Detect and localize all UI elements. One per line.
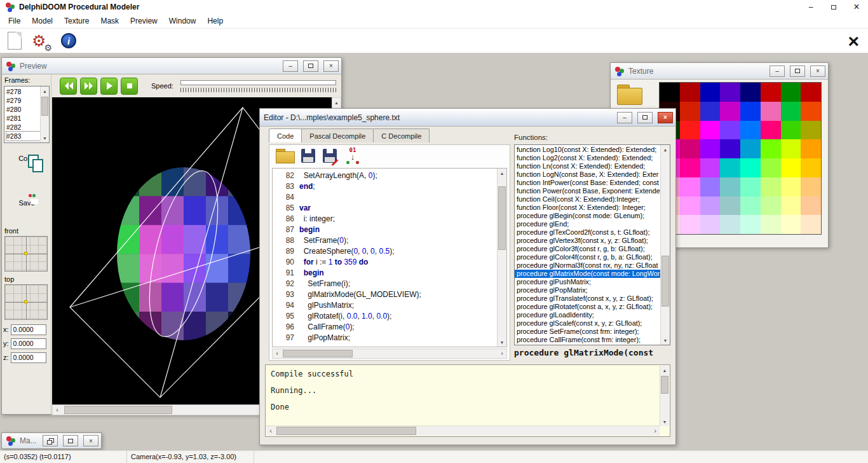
frames-listbox[interactable]: #278#279#280#281#282#283 ▲ ▼ (4, 86, 50, 143)
frame-item[interactable]: #279 (6, 96, 40, 105)
frames-scrollbar[interactable]: ▲ ▼ (40, 86, 49, 142)
rewind-button[interactable] (60, 78, 77, 95)
preview-maximize-button[interactable] (303, 60, 318, 72)
x-field[interactable] (11, 324, 46, 335)
y-field[interactable] (11, 338, 46, 349)
palette-cell[interactable] (700, 158, 721, 177)
maximize-button[interactable] (822, 0, 845, 14)
scrollbar-thumb[interactable] (661, 256, 669, 307)
palette-cell[interactable] (680, 121, 700, 140)
palette-cell[interactable] (740, 177, 761, 197)
save-button[interactable]: Save (2, 199, 51, 207)
function-item[interactable]: function Ln(const X: Extended): Extended… (515, 162, 660, 170)
minimized-close-button[interactable]: × (83, 435, 98, 446)
menu-item-mask[interactable]: Mask (95, 15, 125, 27)
palette-cell[interactable] (680, 158, 700, 177)
palette-cell[interactable] (700, 139, 721, 158)
scrollbar-thumb[interactable] (64, 406, 172, 414)
palette-cell[interactable] (740, 158, 761, 177)
code-vertical-scrollbar[interactable]: ▲ ▼ (497, 169, 506, 347)
tab-pascal-decompile[interactable]: Pascal Decompile (301, 128, 374, 142)
tab-code[interactable]: Code (269, 128, 302, 142)
texture-maximize-button[interactable] (790, 66, 805, 77)
palette-cell[interactable] (680, 139, 700, 158)
palette-cell[interactable] (740, 102, 761, 121)
menu-item-file[interactable]: File (3, 15, 26, 27)
palette-cell[interactable] (740, 215, 761, 234)
editor-minimize-button[interactable]: – (617, 112, 632, 123)
palette-cell[interactable] (680, 197, 700, 216)
save-as-button[interactable] (323, 149, 337, 163)
palette-cell[interactable] (700, 215, 721, 234)
copy-button[interactable]: Copy (2, 155, 51, 162)
texture-close-button[interactable]: × (810, 66, 825, 77)
functions-scrollbar[interactable]: ▲ ▼ (660, 145, 670, 345)
palette-cell[interactable] (801, 83, 821, 102)
function-item[interactable]: procedure glTranslatef(const x, y, z: GL… (515, 294, 660, 303)
function-item[interactable]: procedure glPopMatrix; (515, 286, 660, 294)
console-horizontal-scrollbar[interactable]: ‹ › (266, 425, 660, 436)
palette-cell[interactable] (720, 197, 740, 216)
function-item[interactable]: function LogN(const Base, X: Extended): … (515, 170, 660, 179)
function-item[interactable]: procedure glNormal3f(const nx, ny, nz: G… (515, 261, 660, 270)
palette-cell[interactable] (660, 83, 680, 102)
editor-maximize-button[interactable] (637, 112, 653, 123)
close-button[interactable]: × (845, 0, 868, 14)
palette-cell[interactable] (761, 139, 781, 158)
palette-cell[interactable] (801, 177, 821, 197)
palette-cell[interactable] (680, 83, 700, 102)
palette-cell[interactable] (700, 102, 721, 121)
palette-cell[interactable] (720, 177, 740, 197)
palette-cell[interactable] (761, 158, 781, 177)
preview-minimize-button[interactable]: – (283, 60, 298, 72)
function-item[interactable]: function Floor(const X: Extended): Integ… (515, 204, 660, 212)
palette-cell[interactable] (801, 197, 821, 216)
function-item[interactable]: function Log10(const X: Extended): Exten… (515, 146, 660, 154)
palette-cell[interactable] (720, 121, 740, 140)
output-console[interactable]: Compile successful Running... Done ▲ ▼ ‹… (265, 364, 670, 437)
palette-cell[interactable] (781, 158, 801, 177)
scrollbar-thumb[interactable] (41, 97, 48, 116)
function-item[interactable]: procedure SetFrame(const frm: integer); (515, 328, 660, 336)
stop-button[interactable] (121, 78, 138, 95)
scroll-down-icon[interactable]: ▼ (41, 134, 49, 142)
palette-cell[interactable] (700, 83, 721, 102)
menu-item-model[interactable]: Model (26, 15, 58, 27)
minimized-titlebar[interactable]: Ma... × (2, 433, 101, 448)
palette-cell[interactable] (761, 197, 781, 216)
minimize-button[interactable]: – (799, 0, 822, 14)
editor-window[interactable]: Editor - D:\...mples\example5_sphere.txt… (259, 108, 676, 445)
palette-cell[interactable] (801, 158, 821, 177)
palette-cell[interactable] (740, 197, 761, 216)
frame-item[interactable]: #278 (6, 87, 40, 96)
palette-cell[interactable] (700, 177, 721, 197)
play-button[interactable] (100, 78, 118, 95)
palette-cell[interactable] (680, 102, 700, 121)
function-item[interactable]: function Log2(const X: Extended): Extend… (515, 154, 660, 162)
palette-cell[interactable] (680, 177, 700, 197)
function-item[interactable]: procedure glVertex3f(const x, y, z: GLfl… (515, 237, 660, 245)
function-item[interactable]: procedure CallFrame(const frm: integer); (515, 336, 660, 344)
palette-cell[interactable] (781, 197, 801, 216)
functions-listbox[interactable]: function Log10(const X: Extended): Exten… (514, 144, 670, 345)
texture-minimize-button[interactable]: – (770, 66, 785, 77)
palette-cell[interactable] (761, 121, 781, 140)
tab-c-decompile[interactable]: C Decompile (373, 128, 430, 142)
palette-cell[interactable] (801, 139, 821, 158)
palette-cell[interactable] (740, 139, 761, 158)
palette-cell[interactable] (740, 121, 761, 140)
function-item[interactable]: function Ceil(const X: Extended):Integer… (515, 195, 660, 204)
function-item[interactable]: procedure glMatrixMode(const mode: LongW… (515, 270, 660, 278)
minimized-restore-button[interactable] (43, 435, 58, 446)
function-item[interactable]: procedure glColor3f(const r, g, b: GLflo… (515, 245, 660, 253)
function-item[interactable]: procedure glRotatef(const a, x, y, z: GL… (515, 303, 660, 311)
scroll-up-icon[interactable]: ▲ (660, 366, 669, 375)
palette-cell[interactable] (761, 83, 781, 102)
open-file-button[interactable] (276, 149, 294, 163)
about-button[interactable]: i (61, 33, 76, 48)
palette-cell[interactable] (720, 139, 740, 158)
scroll-right-icon[interactable]: › (651, 426, 660, 436)
scrollbar-thumb[interactable] (276, 427, 416, 435)
palette-cell[interactable] (700, 197, 721, 216)
function-item[interactable]: procedure glTexCoord2f(const s, t: GLflo… (515, 228, 660, 237)
